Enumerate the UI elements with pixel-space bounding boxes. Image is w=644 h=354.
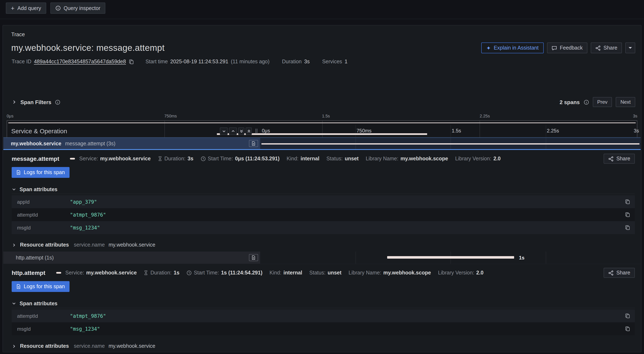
minimap-tick: 750ms (164, 114, 177, 118)
span-bar-message-attempt[interactable] (262, 143, 640, 145)
field-label: Library Name: (366, 156, 398, 162)
resource-attributes-toggle[interactable]: Resource attributes service.name my.webh… (12, 341, 635, 351)
span-row-http-attempt[interactable]: http.attempt (1s) 1s (3, 251, 641, 264)
query-inspector-label: Query inspector (64, 5, 100, 11)
span-attributes-toggle[interactable]: Span attributes (12, 299, 635, 308)
span-row-name-cell[interactable]: my.webhook.service message.attempt (3s) (3, 138, 260, 149)
share-span-button[interactable]: Share (604, 154, 635, 164)
share-menu-button[interactable] (625, 43, 635, 53)
plus-icon: + (11, 5, 14, 11)
chevron-right-icon (12, 243, 16, 247)
feedback-button[interactable]: Feedback (547, 43, 587, 53)
logs-icon (252, 255, 256, 260)
chevron-down-icon (222, 129, 226, 133)
gridline (546, 251, 546, 264)
span-row-name-cell[interactable]: http.attempt (1s) (3, 251, 260, 264)
resource-attributes-toggle[interactable]: Resource attributes service.name my.webh… (12, 240, 635, 250)
copy-attribute-button[interactable] (625, 199, 630, 204)
chevron-down-icon (12, 301, 16, 306)
chevron-right-icon[interactable] (12, 100, 17, 105)
minimap-tick: 1.5s (322, 114, 330, 118)
services-label: Services (322, 59, 342, 65)
clock-icon (200, 156, 206, 161)
collapse-one-button[interactable] (220, 127, 228, 135)
comment-icon (552, 45, 557, 51)
share-span-button[interactable]: Share (604, 268, 635, 278)
copy-attribute-button[interactable] (625, 326, 630, 331)
trace-id-value[interactable]: 489a44cc170e83454857a5647da59de8 (34, 59, 126, 65)
copy-attribute-button[interactable] (625, 313, 630, 319)
trace-timeline: Service & Operation (3, 125, 641, 352)
span-detail-header: message.attempt Service: my.webhook.serv… (12, 154, 635, 164)
expand-one-button[interactable] (229, 127, 237, 135)
field-label: Start Time: (194, 270, 219, 276)
gridline (546, 125, 546, 137)
field-value: my.webhook.service (100, 156, 151, 162)
field-label: Duration: (150, 270, 172, 276)
minimap-tick-labels: 0μs 750ms 1.5s 2.25s 3s (7, 114, 637, 119)
sparkle-icon: ✦ (486, 45, 491, 51)
grafana-trace-view: + Add query Query inspector Trace my.web… (0, 0, 644, 354)
span-attributes-title: Span attributes (20, 186, 58, 192)
span-color-dash (56, 272, 61, 274)
span-detail-message-attempt: message.attempt Service: my.webhook.serv… (3, 150, 641, 251)
service-field: Service: my.webhook.service (79, 156, 151, 162)
timeline-header: Service & Operation (3, 125, 641, 137)
span-detail-http-attempt: http.attempt Service: my.webhook.service… (3, 264, 641, 352)
copy-attribute-button[interactable] (625, 212, 630, 217)
logs-for-span-button[interactable]: Logs for this span (12, 281, 69, 292)
start-time-field: Start Time: 0μs (11:24:53.291) (200, 156, 280, 162)
copy-icon (625, 199, 630, 204)
span-row-timeline-cell: 1s (260, 251, 641, 264)
explain-label: Explain in Assistant (494, 45, 538, 51)
timeline-tick: 1.5s (452, 128, 461, 134)
expand-all-button[interactable] (246, 127, 252, 135)
chevron-right-icon (12, 344, 16, 348)
span-row-timeline-cell (260, 138, 641, 149)
start-time-value: 2025-08-19 11:24:53.291 (170, 59, 228, 65)
trace-title-row: my.webhook.service: message.attempt ✦ Ex… (11, 42, 635, 54)
logs-icon (16, 284, 21, 289)
query-inspector-button[interactable]: Query inspector (50, 3, 105, 14)
minimap-tick: 3s (633, 114, 637, 118)
span-logs-button[interactable] (249, 140, 258, 147)
attribute-row: appId "app_379" (12, 195, 635, 208)
duration-value: 3s (304, 59, 310, 65)
field-label: Library Version: (455, 156, 492, 162)
logs-icon (16, 170, 21, 175)
share-button[interactable]: Share (590, 43, 622, 53)
attribute-key: msgId (17, 326, 70, 332)
column-resize-handle[interactable] (256, 129, 257, 134)
logs-for-span-button[interactable]: Logs for this span (12, 167, 69, 178)
span-logs-button[interactable] (249, 254, 258, 261)
field-value: my.webhook.scope (384, 270, 431, 276)
prev-button[interactable]: Prev (592, 97, 612, 107)
next-button[interactable]: Next (616, 97, 635, 107)
copy-icon (625, 326, 630, 331)
copy-attribute-button[interactable] (625, 225, 630, 230)
resource-attributes-title: Resource attributes (20, 242, 69, 248)
copy-trace-id-button[interactable] (128, 59, 134, 64)
field-label: Kind: (286, 156, 298, 162)
clock-icon (186, 270, 192, 275)
span-filters-label[interactable]: Span Filters (20, 99, 52, 105)
timeline-tick: 2.25s (547, 128, 559, 134)
add-query-button[interactable]: + Add query (6, 3, 46, 14)
attribute-key: attemptId (17, 313, 70, 319)
prev-label: Prev (597, 99, 607, 105)
span-attributes-toggle[interactable]: Span attributes (12, 185, 635, 194)
kind-field: Kind: internal (270, 270, 302, 276)
attribute-key: msgId (17, 225, 70, 230)
resource-key: service.name (74, 343, 105, 349)
span-row-message-attempt[interactable]: my.webhook.service message.attempt (3s) (3, 137, 641, 150)
timeline-header-left: Service & Operation (3, 125, 260, 137)
toolbar-divider (0, 19, 644, 19)
collapse-all-button[interactable] (238, 127, 244, 135)
minimap-span-bar-message-attempt (8, 122, 636, 123)
copy-icon (625, 313, 630, 319)
field-label: Service: (65, 270, 84, 276)
attribute-value: "msg_1234" (70, 225, 100, 230)
library-version-field: Library Version: 2.0 (438, 270, 484, 276)
explain-in-assistant-button[interactable]: ✦ Explain in Assistant (481, 43, 544, 53)
span-bar-http-attempt[interactable] (387, 256, 514, 259)
